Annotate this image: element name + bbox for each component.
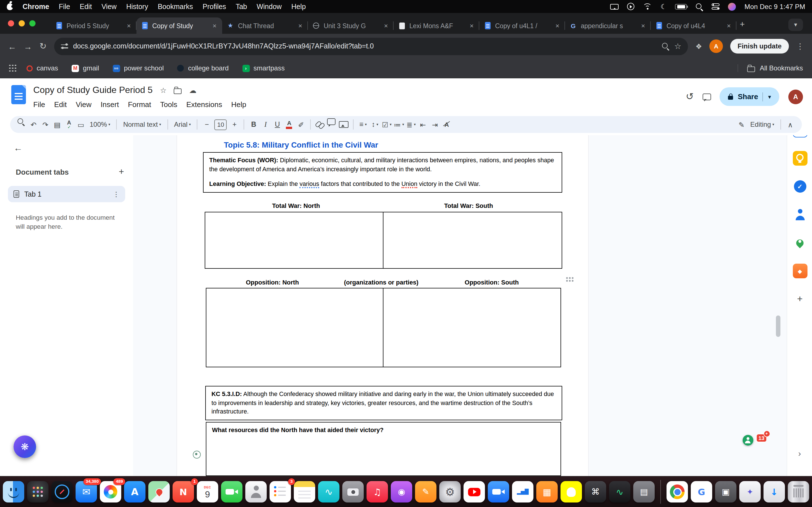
tab-close-icon[interactable]: × (297, 22, 303, 30)
wifi-icon[interactable] (643, 3, 652, 10)
new-tab-button[interactable]: + (740, 20, 745, 28)
settings-dock-icon[interactable] (439, 481, 461, 503)
tab-close-icon[interactable]: × (469, 22, 475, 30)
meet-app-dock-icon[interactable] (488, 481, 509, 503)
underline-icon[interactable]: U (273, 118, 282, 131)
control-center-icon[interactable] (712, 3, 720, 10)
font-select[interactable]: Arial▾ (171, 121, 194, 128)
now-playing-icon[interactable] (627, 3, 635, 10)
user-switcher-icon[interactable] (728, 3, 736, 10)
decrease-font-size-button[interactable]: − (202, 118, 212, 131)
move-document-icon[interactable] (174, 88, 182, 94)
chrome-dock-icon[interactable] (666, 481, 688, 503)
focus-moon-icon[interactable]: ☾ (661, 3, 667, 10)
address-bar[interactable]: docs.google.com/document/d/1jFuwH0cX1RLr… (54, 38, 688, 55)
calendar-panel-icon[interactable]: 31 (793, 135, 807, 137)
key-concept-box[interactable]: KC 5.3.I.D: Although the Confederacy sho… (205, 386, 562, 420)
tab-close-icon[interactable]: × (726, 22, 732, 30)
menubar-item-view[interactable]: View (101, 3, 117, 10)
contacts-dock-icon[interactable] (245, 481, 267, 503)
voice-app-dock-icon[interactable] (318, 481, 340, 503)
bold-icon[interactable]: B (249, 118, 259, 131)
clear-formatting-icon[interactable] (442, 118, 451, 131)
docs-menu-insert[interactable]: Insert (96, 99, 123, 110)
zoom-select[interactable]: 100%▾ (87, 121, 113, 128)
maps-icon[interactable] (793, 235, 807, 250)
podcasts-dock-icon[interactable] (391, 481, 412, 503)
assistant-orb-button[interactable]: ❋ (13, 436, 36, 458)
spellcheck-icon[interactable] (64, 118, 74, 131)
opposition-table[interactable] (206, 288, 561, 367)
forward-button[interactable]: → (24, 41, 32, 51)
line-spacing-icon[interactable]: ↕▾ (370, 118, 380, 131)
print-icon[interactable]: ▤ (52, 118, 62, 131)
music-dock-icon[interactable] (366, 481, 388, 503)
get-addons-icon[interactable]: + (793, 292, 807, 306)
docs-menu-extensions[interactable]: Extensions (182, 99, 227, 110)
reload-button[interactable]: ↻ (40, 41, 47, 51)
keep-icon[interactable] (793, 151, 807, 166)
docs-menu-tools[interactable]: Tools (156, 99, 182, 110)
contacts-icon[interactable] (793, 207, 807, 222)
menubar-app-name[interactable]: Chrome (22, 3, 49, 10)
total-war-table[interactable] (205, 212, 562, 269)
hide-side-panel-icon[interactable]: › (798, 448, 801, 458)
site-info-icon[interactable] (61, 43, 68, 49)
all-bookmarks-button[interactable]: All Bookmarks (738, 64, 803, 72)
doc-heading[interactable]: Topic 5.8: Military Conflict in the Civi… (224, 141, 378, 149)
hide-tabs-back-arrow[interactable]: ← (13, 143, 22, 153)
mail-dock-icon[interactable]: 34,380 (75, 481, 97, 503)
photos-dock-icon[interactable]: 489 (100, 481, 121, 503)
browser-tab[interactable]: ★Chat Thread× (222, 17, 308, 34)
misc-app-dock-icon[interactable] (739, 481, 761, 503)
table-drag-handle-icon[interactable] (566, 277, 574, 284)
browser-tab[interactable]: Gappendicular s× (565, 17, 651, 34)
camera-dock-icon[interactable] (342, 481, 364, 503)
menubar-item-tab[interactable]: Tab (236, 3, 247, 10)
facetime-dock-icon[interactable] (221, 481, 243, 503)
browser-tab[interactable]: Unit 3 Study G× (308, 17, 394, 34)
docs-menu-edit[interactable]: Edit (50, 99, 71, 110)
tab-close-icon[interactable]: × (126, 22, 132, 30)
bookmark-star-icon[interactable]: ☆ (674, 42, 681, 51)
docs-menu-help[interactable]: Help (227, 99, 251, 110)
font-size-input[interactable]: 10 (214, 119, 227, 130)
bookmark-item[interactable]: canvas (27, 64, 58, 72)
question-box[interactable]: What resources did the North have that a… (206, 422, 561, 476)
paragraph-style-select[interactable]: Normal text▾ (120, 121, 164, 128)
menubar-clock[interactable]: Mon Dec 9 1:47 PM (745, 3, 806, 10)
google-docs-logo[interactable] (11, 85, 26, 104)
add-comment-icon[interactable] (327, 118, 337, 131)
sidebar-tab-1[interactable]: Tab 1 ⋮ (8, 186, 125, 202)
safari-dock-icon[interactable] (51, 481, 73, 503)
notification-counter-badge[interactable]: 13 (756, 434, 767, 442)
chart-app-dock-icon[interactable] (512, 481, 534, 503)
add-tab-icon[interactable]: + (119, 167, 124, 177)
outdent-icon[interactable]: ⇤ (418, 118, 428, 131)
tasks-icon[interactable] (793, 179, 807, 194)
battery-icon[interactable] (675, 4, 687, 9)
highlight-icon[interactable]: ✐ (296, 118, 306, 131)
tab-close-icon[interactable]: × (554, 22, 560, 30)
snapchat-dock-icon[interactable] (560, 481, 582, 503)
app-store-dock-icon[interactable] (124, 481, 146, 503)
tab-close-icon[interactable]: × (383, 22, 389, 30)
google-app-dock-icon[interactable] (691, 481, 712, 503)
url-text[interactable]: docs.google.com/document/d/1jFuwH0cX1RLr… (73, 42, 656, 50)
zoom-icon[interactable] (661, 42, 669, 50)
browser-tab[interactable]: Copy of u4L4× (651, 17, 737, 34)
browser-menu-icon[interactable]: ⋮ (796, 42, 804, 51)
utility-app-dock-icon[interactable] (585, 481, 606, 503)
grid-app-dock-icon[interactable] (536, 481, 558, 503)
tab-options-icon[interactable]: ⋮ (113, 190, 119, 198)
checklist-icon[interactable]: ☑▾ (382, 118, 392, 131)
tab-search-chevron[interactable]: ▼ (788, 18, 803, 31)
trash-dock-icon[interactable] (788, 481, 809, 503)
minimize-window-button[interactable] (18, 20, 25, 26)
version-history-icon[interactable]: ↺ (686, 91, 694, 103)
insert-image-icon[interactable] (339, 121, 349, 128)
text-color-icon[interactable] (285, 118, 294, 131)
star-document-icon[interactable]: ☆ (160, 86, 166, 94)
thematic-focus-box[interactable]: Thematic Focus (WOR): Diplomatic, econom… (203, 152, 562, 193)
share-button[interactable]: Share ▾ (720, 87, 779, 106)
